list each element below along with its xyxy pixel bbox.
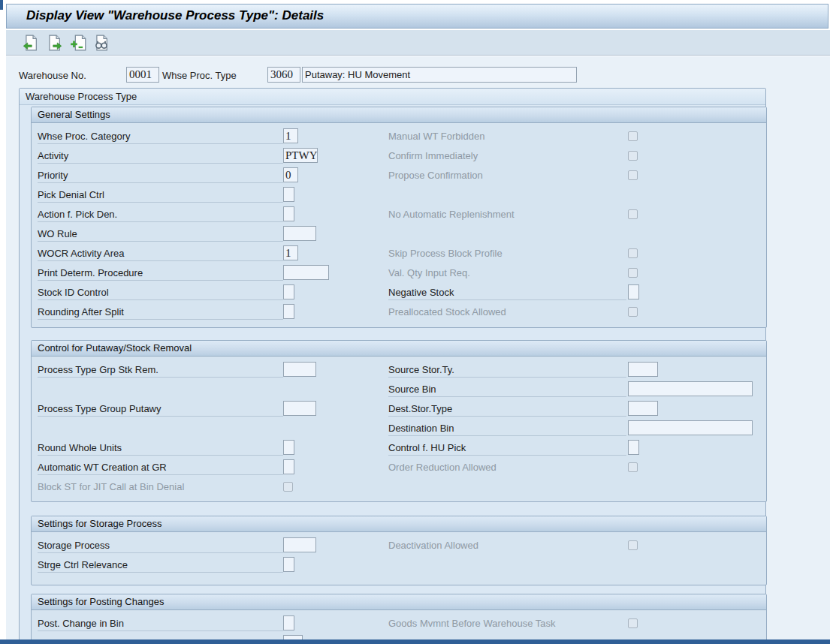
- group-title: Control for Putaway/Stock Removal: [32, 341, 766, 357]
- control-f-hu-pick-label: Control f. HU Pick: [388, 442, 466, 453]
- whse-proc-type-field[interactable]: 3060: [267, 67, 300, 83]
- stock-id-control-field[interactable]: [283, 284, 294, 299]
- skip-process-block-profile-checkbox: [628, 248, 638, 258]
- print-determ-procedure-field[interactable]: [283, 265, 329, 280]
- other-entry-icon[interactable]: [70, 35, 88, 53]
- destination-bin-label: Destination Bin: [388, 423, 454, 434]
- previous-entry-icon[interactable]: [23, 35, 41, 53]
- wocr-activity-area-field[interactable]: 1: [283, 245, 298, 260]
- propose-confirmation-label: Propose Confirmation: [388, 170, 483, 181]
- find-icon[interactable]: [93, 35, 111, 53]
- field-row: Rounding After Split Preallocated Stock …: [32, 302, 766, 322]
- warehouse-no-field[interactable]: 0001: [126, 67, 159, 83]
- deactivation-allowed-label: Deactivation Allowed: [388, 540, 478, 551]
- round-whole-units-label: Round Whole Units: [38, 442, 122, 453]
- field-row: Process Type Grp Stk Rem. Source Stor.Ty…: [32, 360, 766, 380]
- control-f-hu-pick-field[interactable]: [628, 440, 639, 455]
- no-automatic-replenishment-checkbox: [628, 209, 638, 219]
- field-row: Round Whole Units Control f. HU Pick: [32, 438, 766, 458]
- goods-mvmnt-before-wt-checkbox: [628, 618, 638, 628]
- post-change-in-bin-label: Post. Change in Bin: [38, 618, 124, 629]
- activity-label: Activity: [38, 150, 68, 161]
- field-row: Block ST for JIT Call at Bin Denial: [32, 477, 766, 497]
- process-type-grp-stk-rem-label: Process Type Grp Stk Rem.: [38, 364, 158, 375]
- process-type-group-putawy-field[interactable]: [283, 401, 316, 416]
- pick-denial-ctrl-field[interactable]: [283, 187, 294, 202]
- order-reduction-allowed-label: Order Reduction Allowed: [388, 462, 496, 473]
- field-row: Destination Bin: [32, 419, 766, 438]
- field-row: Post. Change in Bin Goods Mvmnt Before W…: [32, 614, 766, 633]
- val-qty-input-req-label: Val. Qty Input Req.: [388, 267, 470, 278]
- preallocated-stock-allowed-checkbox: [628, 307, 638, 317]
- manual-wt-forbidden-checkbox: [628, 131, 638, 141]
- rounding-after-split-label: Rounding After Split: [38, 306, 124, 317]
- whse-proc-type-description-field[interactable]: Putaway: HU Movement: [302, 67, 577, 83]
- outer-box-title: Warehouse Process Type: [20, 89, 765, 105]
- negative-stock-label: Negative Stock: [388, 287, 454, 298]
- application-toolbar: [6, 30, 830, 56]
- field-row: Action f. Pick Den. No Automatic Repleni…: [32, 205, 766, 224]
- dest-stor-type-field[interactable]: [628, 401, 658, 416]
- manual-wt-forbidden-label: Manual WT Forbidden: [388, 131, 484, 142]
- whse-proc-type-label: Whse Proc. Type: [162, 70, 237, 81]
- negative-stock-field[interactable]: [628, 284, 639, 299]
- source-stor-ty-label: Source Stor.Ty.: [388, 364, 454, 375]
- strge-ctrl-relevance-label: Strge Ctrl Relevance: [38, 559, 128, 570]
- putaway-control-group: Control for Putaway/Stock Removal Proces…: [31, 340, 767, 502]
- automatic-wt-creation-at-gr-label: Automatic WT Creation at GR: [38, 462, 167, 473]
- process-type-group-putawy-label: Process Type Group Putawy: [38, 403, 161, 414]
- round-whole-units-field[interactable]: [283, 440, 294, 455]
- group-title: Settings for Posting Changes: [32, 594, 766, 610]
- group-title: General Settings: [32, 107, 766, 123]
- pick-denial-ctrl-label: Pick Denial Ctrl: [38, 189, 104, 200]
- field-row: WOCR Activity Area 1 Skip Process Block …: [32, 244, 766, 263]
- storage-process-label: Storage Process: [38, 540, 110, 551]
- wo-rule-label: WO Rule: [38, 228, 77, 239]
- general-settings-group: General Settings Whse Proc. Category 1 M…: [31, 107, 767, 328]
- block-st-for-jit-call-checkbox: [283, 482, 293, 492]
- order-reduction-allowed-checkbox: [628, 462, 638, 472]
- deactivation-allowed-checkbox: [628, 540, 638, 550]
- field-row: WO Rule: [32, 224, 766, 244]
- val-qty-input-req-checkbox: [628, 268, 638, 278]
- goods-mvmnt-before-wt-label: Goods Mvmnt Before Warehouse Task: [388, 618, 556, 629]
- field-row: Source Bin: [32, 380, 766, 399]
- field-row: Storage Process Deactivation Allowed: [32, 536, 766, 555]
- next-entry-icon[interactable]: [46, 35, 64, 53]
- preallocated-stock-allowed-label: Preallocated Stock Allowed: [388, 306, 506, 317]
- posting-changes-group: Settings for Posting Changes Post. Chang…: [31, 594, 767, 644]
- automatic-wt-creation-at-gr-field[interactable]: [283, 459, 294, 474]
- skip-process-block-profile-label: Skip Process Block Profile: [388, 248, 503, 259]
- action-f-pick-den-field[interactable]: [283, 206, 294, 221]
- wo-rule-field[interactable]: [283, 226, 316, 241]
- storage-process-group: Settings for Storage Process Storage Pro…: [31, 516, 767, 585]
- storage-process-field[interactable]: [283, 537, 316, 552]
- source-bin-field[interactable]: [628, 381, 753, 396]
- warehouse-no-label: Warehouse No.: [19, 70, 86, 81]
- sap-window: Display View "Warehouse Process Type": D…: [0, 0, 830, 644]
- field-row: Stock ID Control Negative Stock: [32, 283, 766, 302]
- whse-proc-category-label: Whse Proc. Category: [38, 131, 131, 142]
- propose-confirmation-checkbox: [628, 170, 638, 180]
- group-title: Settings for Storage Process: [32, 516, 766, 532]
- post-change-in-bin-field[interactable]: [283, 615, 294, 630]
- field-row: Automatic WT Creation at GR Order Reduct…: [32, 458, 766, 477]
- window-bottom-edge: [0, 639, 830, 644]
- key-field-row: Warehouse No. 0001 Whse Proc. Type 3060 …: [6, 67, 830, 85]
- confirm-immediately-label: Confirm Immediately: [388, 150, 478, 161]
- rounding-after-split-field[interactable]: [283, 304, 294, 319]
- source-stor-ty-field[interactable]: [628, 362, 658, 377]
- dest-stor-type-label: Dest.Stor.Type: [388, 403, 452, 414]
- whse-proc-category-field[interactable]: 1: [283, 128, 298, 143]
- field-row: Strge Ctrl Relevance: [32, 555, 766, 575]
- activity-field[interactable]: PTWY: [283, 148, 318, 163]
- process-type-grp-stk-rem-field[interactable]: [283, 362, 316, 377]
- strge-ctrl-relevance-field[interactable]: [283, 557, 294, 572]
- destination-bin-field[interactable]: [628, 420, 753, 435]
- window-edge: [0, 0, 3, 10]
- field-row: Pick Denial Ctrl: [32, 185, 766, 205]
- confirm-immediately-checkbox: [628, 151, 638, 161]
- priority-label: Priority: [38, 170, 68, 181]
- priority-field[interactable]: 0: [283, 167, 298, 182]
- action-f-pick-den-label: Action f. Pick Den.: [38, 209, 117, 220]
